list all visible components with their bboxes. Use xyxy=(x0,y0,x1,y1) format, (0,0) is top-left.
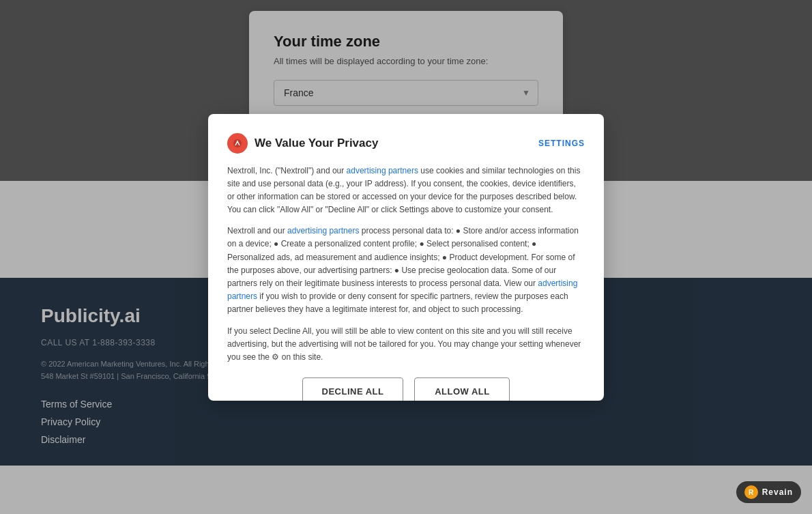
modal-body-3: If you select Decline All, you will stil… xyxy=(227,325,585,365)
revain-icon: R xyxy=(744,485,758,499)
revain-text: Revain xyxy=(762,487,793,497)
revain-badge: R Revain xyxy=(736,481,801,503)
modal-title: We Value Your Privacy xyxy=(255,137,378,150)
modal-overlay: We Value Your Privacy SETTINGS Nextroll,… xyxy=(0,0,812,514)
nextroll-logo-icon xyxy=(227,133,248,154)
modal-body-2: Nextroll and our advertising partners pr… xyxy=(227,225,585,316)
modal-body-1: Nextroll, Inc. ("Nextroll") and our adve… xyxy=(227,165,585,217)
modal-header: We Value Your Privacy SETTINGS xyxy=(227,133,585,154)
advertising-partners-link-2[interactable]: advertising partners xyxy=(287,226,359,235)
privacy-modal: We Value Your Privacy SETTINGS Nextroll,… xyxy=(208,114,604,401)
settings-icon-inline: ⚙ xyxy=(272,352,279,362)
allow-all-button[interactable]: ALLOW ALL xyxy=(414,377,510,400)
modal-settings-button[interactable]: SETTINGS xyxy=(538,139,585,148)
modal-header-left: We Value Your Privacy xyxy=(227,133,378,154)
advertising-partners-link-1[interactable]: advertising partners xyxy=(347,166,418,175)
decline-all-button[interactable]: DECLINE ALL xyxy=(302,377,404,400)
advertising-partners-link-3[interactable]: advertising partners xyxy=(227,279,577,301)
modal-buttons: DECLINE ALL ALLOW ALL xyxy=(227,377,585,400)
